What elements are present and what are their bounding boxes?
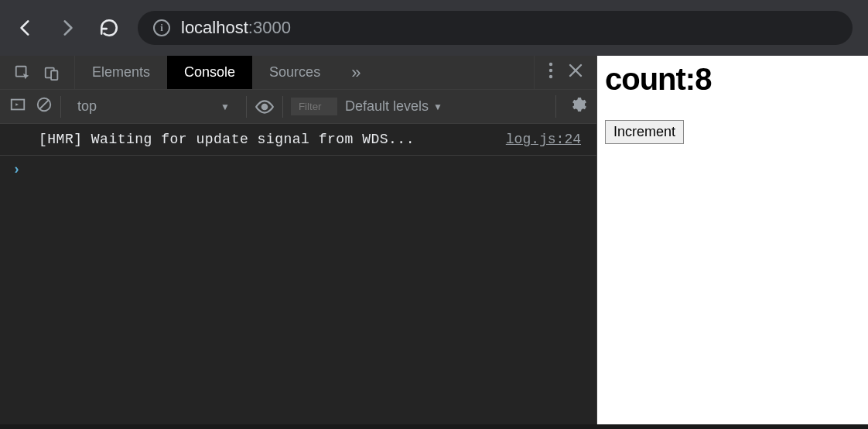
page-viewport: count:8 Increment	[597, 56, 868, 429]
kebab-menu-icon[interactable]	[548, 62, 553, 83]
reload-button[interactable]	[99, 18, 119, 38]
console-log-source-link[interactable]: log.js:24	[506, 132, 584, 147]
dropdown-triangle-icon: ▼	[220, 101, 230, 112]
svg-point-5	[549, 75, 552, 78]
device-toolbar-icon[interactable]	[43, 64, 60, 81]
svg-point-4	[549, 69, 552, 72]
inspect-element-icon[interactable]	[14, 64, 31, 81]
console-log-message: [HMR] Waiting for update signal from WDS…	[39, 132, 506, 147]
browser-toolbar: i localhost:3000	[0, 0, 868, 56]
back-button[interactable]	[15, 18, 36, 38]
tab-elements[interactable]: Elements	[75, 56, 167, 89]
devtools-inspect-group	[0, 56, 75, 89]
devtools-tab-right-group	[534, 56, 596, 89]
count-heading: count:8	[605, 62, 868, 97]
log-levels-select[interactable]: Default levels ▼	[345, 98, 443, 115]
clear-console-icon[interactable]	[36, 96, 53, 117]
console-sidebar-toggle-icon[interactable]	[9, 96, 26, 117]
tabs-overflow-icon[interactable]: »	[337, 56, 374, 89]
increment-button[interactable]: Increment	[605, 120, 684, 144]
site-info-icon[interactable]: i	[153, 19, 170, 36]
live-expression-icon[interactable]	[255, 97, 275, 117]
close-devtools-icon[interactable]	[569, 63, 583, 81]
tab-sources[interactable]: Sources	[252, 56, 337, 89]
address-bar[interactable]: i localhost:3000	[138, 11, 853, 45]
url-text: localhost:3000	[181, 18, 291, 38]
svg-rect-2	[51, 70, 57, 80]
forward-button[interactable]	[57, 18, 77, 38]
context-label: top	[77, 98, 97, 115]
levels-label: Default levels	[345, 98, 429, 115]
console-body: [HMR] Waiting for update signal from WDS…	[0, 124, 596, 429]
console-settings-icon[interactable]	[569, 95, 587, 118]
url-port: :3000	[248, 18, 291, 37]
svg-line-11	[40, 101, 49, 109]
url-host: localhost	[181, 18, 248, 37]
console-log-row: [HMR] Waiting for update signal from WDS…	[0, 124, 596, 156]
tab-console[interactable]: Console	[167, 56, 252, 89]
separator	[246, 96, 247, 118]
console-toolbar: top ▼ Default levels ▼	[0, 90, 596, 124]
svg-point-12	[262, 104, 268, 109]
console-toolbar-left	[9, 96, 53, 117]
svg-marker-9	[15, 103, 19, 106]
main-area: Elements Console Sources »	[0, 56, 868, 429]
execution-context-select[interactable]: top ▼	[69, 98, 238, 115]
console-prompt[interactable]: ›	[0, 156, 596, 184]
devtools-tab-strip: Elements Console Sources »	[0, 56, 596, 90]
devtools-panel: Elements Console Sources »	[0, 56, 597, 429]
console-toolbar-right	[555, 95, 587, 118]
separator	[60, 96, 61, 118]
dropdown-triangle-icon: ▼	[433, 101, 443, 112]
console-filter-input[interactable]	[291, 98, 337, 115]
nav-buttons	[15, 18, 119, 38]
window-bottom-edge	[0, 424, 868, 429]
svg-point-3	[549, 63, 552, 66]
separator	[282, 96, 283, 118]
